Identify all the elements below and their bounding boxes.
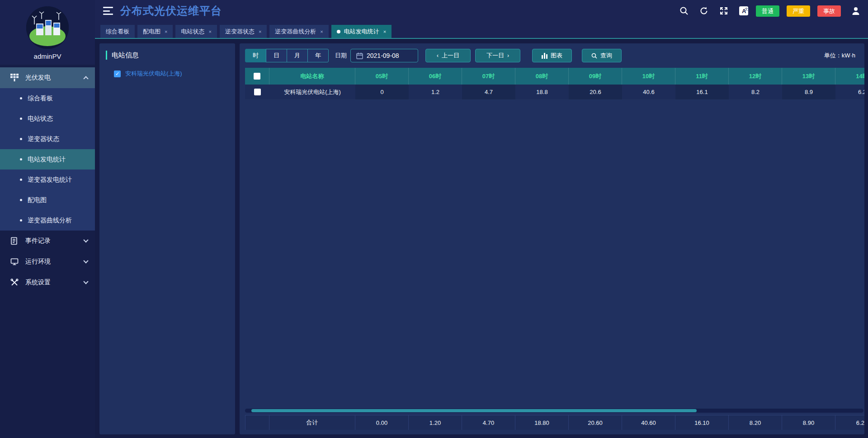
period-button-年[interactable]: 年 (307, 49, 329, 62)
horizontal-scrollbar[interactable] (245, 409, 863, 413)
value-cell: 20.6 (569, 85, 622, 99)
sidebar-item-电站状态[interactable]: 电站状态 (0, 108, 95, 129)
status-badge-severe[interactable]: 严重 (787, 5, 810, 17)
close-icon[interactable]: × (320, 29, 323, 34)
value-cell: 18.8 (515, 85, 569, 99)
value-cell: 8.9 (782, 85, 835, 99)
solar-panel-grid-icon (10, 73, 19, 82)
chevron-down-icon (83, 279, 88, 284)
sidebar-group-label: 事件记录 (25, 237, 84, 245)
tab-label: 逆变器状态 (225, 28, 255, 36)
bullet-icon (20, 199, 22, 201)
query-button-label: 查询 (600, 52, 612, 60)
sidebar-item-电站发电统计[interactable]: 电站发电统计 (0, 149, 95, 170)
hour-header-cell: 08时 (515, 68, 569, 85)
close-icon[interactable]: × (165, 29, 167, 34)
period-button-时[interactable]: 时 (245, 49, 266, 62)
sidebar-item-label: 逆变器状态 (28, 135, 59, 143)
row-checkbox-cell (245, 85, 269, 99)
chevron-down-icon (83, 258, 88, 263)
hour-header-cell: 09时 (569, 68, 622, 85)
select-all-checkbox[interactable] (254, 73, 260, 80)
period-button-月[interactable]: 月 (287, 49, 308, 62)
period-segmented-control: 时日月年 (245, 49, 329, 62)
tools-icon (10, 278, 19, 287)
close-icon[interactable]: × (383, 29, 386, 34)
generation-table: 电站名称 05时06时07时08时09时10时11时12时13时14时 安科瑞光… (245, 68, 864, 100)
next-day-button[interactable]: 下一日 › (475, 49, 520, 62)
collapse-menu-icon[interactable] (103, 7, 113, 15)
previous-day-button[interactable]: ‹ 上一日 (425, 49, 471, 62)
tab-电站状态[interactable]: 电站状态× (175, 25, 217, 38)
tab-bar: 综合看板配电图×电站状态×逆变器状态×逆变器曲线分析×电站发电统计× (95, 22, 868, 39)
sidebar-item-label: 逆变器曲线分析 (28, 217, 72, 225)
close-icon[interactable]: × (208, 29, 211, 34)
tab-电站发电统计[interactable]: 电站发电统计× (331, 25, 392, 38)
total-value-cell: 1.20 (409, 415, 462, 430)
sidebar-group-system-settings[interactable]: 系统设置 (0, 272, 95, 293)
chevron-down-icon (83, 237, 88, 242)
close-icon[interactable]: × (259, 29, 261, 34)
station-name-link[interactable]: 安科瑞光伏电站(上海) (125, 70, 182, 78)
period-button-日[interactable]: 日 (266, 49, 287, 62)
scrollbar-thumb[interactable] (251, 409, 697, 412)
next-day-label: 下一日 (486, 52, 504, 60)
bullet-icon (20, 97, 22, 99)
value-cell: 0 (355, 85, 409, 99)
sidebar-item-label: 逆变器发电统计 (28, 176, 72, 184)
date-picker-input[interactable]: 2021-09-08 (350, 49, 418, 62)
sidebar-group-pv-generation[interactable]: 光伏发电 (0, 67, 95, 88)
value-cell: 16.1 (675, 85, 729, 99)
user-avatar-icon[interactable] (851, 6, 861, 16)
tab-配电图[interactable]: 配电图× (137, 25, 173, 38)
bullet-icon (20, 158, 22, 160)
sidebar-item-逆变器状态[interactable]: 逆变器状态 (0, 129, 95, 149)
refresh-icon[interactable] (699, 6, 709, 16)
tab-逆变器曲线分析[interactable]: 逆变器曲线分析× (269, 25, 328, 38)
total-value-cell: 6.20 (835, 415, 864, 430)
sidebar-item-逆变器曲线分析[interactable]: 逆变器曲线分析 (0, 210, 95, 231)
status-badge-normal[interactable]: 普通 (756, 5, 779, 17)
total-value-cell: 4.70 (462, 415, 515, 430)
sidebar: adminPV 光伏发电 综合看板电站状态逆变器状态电站发电统计逆变器发电统计配… (0, 0, 95, 438)
svg-text:文: 文 (745, 7, 748, 11)
hour-header-cell: 10时 (622, 68, 675, 85)
sidebar-group-event-log[interactable]: 事件记录 (0, 231, 95, 251)
sidebar-item-label: 配电图 (28, 196, 47, 204)
sidebar-item-综合看板[interactable]: 综合看板 (0, 88, 95, 108)
total-value-cell: 8.90 (782, 415, 835, 430)
sidebar-group-label: 系统设置 (25, 278, 84, 287)
tab-逆变器状态[interactable]: 逆变器状态× (220, 25, 267, 38)
sidebar-group-environment[interactable]: 运行环境 (0, 251, 95, 272)
station-checkbox-item[interactable]: ✓ 安科瑞光伏电站(上海) (114, 70, 229, 78)
language-translate-icon[interactable]: A 文 (739, 6, 749, 16)
company-logo (26, 6, 69, 49)
tab-综合看板[interactable]: 综合看板 (100, 25, 135, 38)
sidebar-item-逆变器发电统计[interactable]: 逆变器发电统计 (0, 170, 95, 190)
table-header-row: 电站名称 05时06时07时08时09时10时11时12时13时14时 (245, 68, 864, 85)
panel-title: 电站信息 (106, 51, 229, 60)
search-icon[interactable] (679, 6, 689, 16)
table-row[interactable]: 安科瑞光伏电站(上海) 01.24.718.820.640.616.18.28.… (245, 85, 864, 100)
hour-header-cell: 05时 (355, 68, 409, 85)
sidebar-group-label: 光伏发电 (25, 74, 84, 82)
station-name-cell: 安科瑞光伏电站(上海) (269, 85, 355, 99)
tab-label: 电站状态 (181, 28, 204, 36)
fullscreen-icon[interactable] (719, 6, 729, 16)
sidebar-item-label: 电站状态 (28, 115, 53, 123)
row-checkbox[interactable] (254, 89, 261, 95)
checked-checkbox-icon[interactable]: ✓ (114, 71, 121, 77)
main-column: 分布式光伏运维平台 (95, 0, 868, 438)
sidebar-item-配电图[interactable]: 配电图 (0, 190, 95, 210)
hour-header-cell: 13时 (782, 68, 835, 85)
value-cell: 40.6 (622, 85, 675, 99)
status-badge-accident[interactable]: 事故 (817, 5, 841, 17)
query-button[interactable]: 查询 (582, 49, 622, 62)
total-value-cell: 18.80 (515, 415, 569, 430)
hour-header-cell: 07时 (462, 68, 515, 85)
bullet-icon (20, 219, 22, 221)
query-toolbar: 时日月年 日期 2021-09-08 ‹ 上一 (245, 49, 864, 62)
content-area: 电站信息 ✓ 安科瑞光伏电站(上海) 时日月年 日期 (95, 39, 868, 438)
chart-view-button[interactable]: 图表 (532, 49, 572, 62)
hour-header-cell: 12时 (729, 68, 782, 85)
